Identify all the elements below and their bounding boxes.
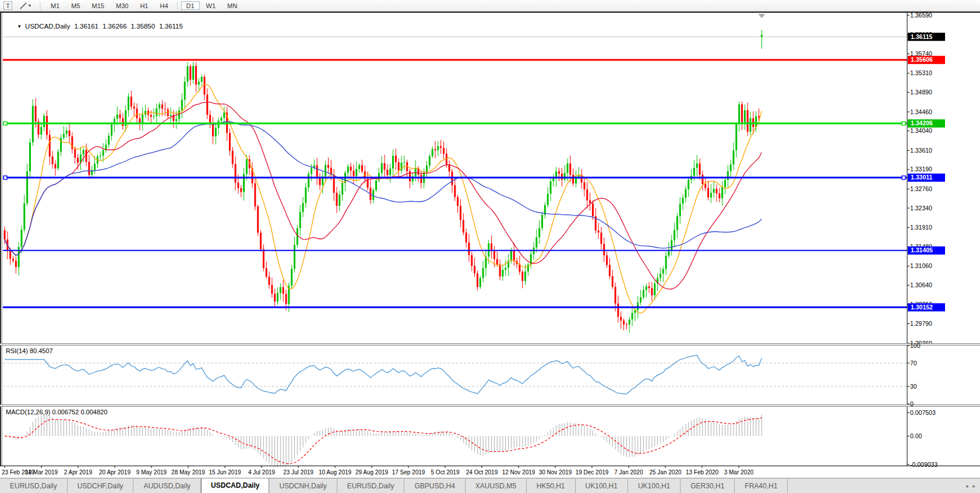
date-tick-label: 24 Oct 2019	[466, 469, 498, 476]
price-tick-label: 1.33610	[910, 147, 932, 154]
candles-group	[4, 30, 763, 333]
collapse-arrow-icon: ▼	[17, 24, 22, 29]
price-tick-label: 1.35310	[910, 69, 932, 76]
date-tick-label: 9 May 2019	[136, 469, 167, 476]
price-tick-label: 1.32340	[910, 205, 932, 212]
chart-tabs-bar: EURUSD,DailyUSDCHF,DailyAUDUSD,DailyUSDC…	[0, 478, 980, 493]
timeframe-button-m1[interactable]: M1	[45, 1, 65, 10]
moving-average-25	[5, 102, 762, 289]
top-toolbar: T ▾ M1M5M15M30H1H4D1W1MN	[0, 0, 980, 12]
tab-eurusd-daily-0[interactable]: EURUSD,Daily	[0, 479, 68, 493]
chart-symbol-label: USDCAD,Daily	[25, 23, 70, 30]
tab-eurusd-daily-5[interactable]: EURUSD,Daily	[337, 479, 405, 493]
price-tick-label: 1.34460	[910, 108, 932, 115]
date-tick-label: 15 Jun 2019	[209, 469, 241, 476]
toolbar-separator	[177, 2, 178, 10]
tab-usdchf-daily-1[interactable]: USDCHF,Daily	[68, 479, 134, 493]
tab-scroll-left-button[interactable]: ◂	[965, 483, 968, 489]
chart-title: ▼USDCAD,Daily1.361611.362661.358501.3611…	[6, 16, 183, 37]
timeframe-button-m30[interactable]: M30	[111, 1, 133, 10]
mt4-application: T ▾ M1M5M15M30H1H4D1W1MN 1.365901.361601…	[0, 0, 980, 493]
timeframe-button-m5[interactable]: M5	[66, 1, 85, 10]
chart-tabs: EURUSD,DailyUSDCHF,DailyAUDUSD,DailyUSDC…	[0, 478, 961, 493]
price-tick-label: 1.31910	[910, 224, 932, 231]
tab-gbpusd-h4-6[interactable]: GBPUSD,H4	[404, 479, 465, 493]
macd-signal-line	[5, 418, 762, 464]
diagonal-arrows-icon	[19, 2, 27, 10]
timeframe-button-h1[interactable]: H1	[135, 1, 153, 10]
timeframe-button-w1[interactable]: W1	[201, 1, 221, 10]
price-badge: 1.33011	[911, 174, 933, 181]
date-tick-label: 4 Jul 2019	[248, 469, 276, 476]
price-tick-label: 1.33190	[910, 165, 932, 172]
date-tick-label: 5 Oct 2019	[431, 469, 460, 476]
timeframe-button-mn[interactable]: MN	[222, 1, 242, 10]
date-tick-label: 20 Apr 2019	[99, 469, 131, 476]
date-tick-label: 14 Mar 2019	[25, 469, 58, 476]
date-tick-label: 7 Jan 2020	[614, 469, 643, 476]
date-tick-label: 2 Apr 2019	[64, 469, 93, 476]
text-tool-button[interactable]: T	[0, 1, 16, 10]
price-tick-label: 1.34890	[910, 89, 932, 96]
date-tick-label: 19 Dec 2019	[576, 469, 609, 476]
date-tick-label: 23 Jul 2019	[283, 469, 313, 476]
price-tick-label: 1.36590	[910, 12, 932, 19]
macd-indicator-label: MACD(12,26,9) 0.006752 0.004820	[6, 409, 107, 415]
chart-canvas[interactable]: 1.365901.361601.357401.353101.348901.344…	[0, 11, 980, 478]
rsi-line	[5, 355, 762, 394]
price-badge: 1.30152	[911, 304, 933, 311]
date-tick-label: 17 Sep 2019	[392, 469, 425, 476]
tab-uk100-h1-9[interactable]: UK100,H1	[576, 479, 628, 493]
timeframe-button-d1[interactable]: D1	[181, 1, 200, 10]
date-tick-label: 30 Nov 2019	[539, 469, 572, 476]
timeframe-button-group: M1M5M15M30H1H4D1W1MN	[45, 1, 243, 10]
price-tick-label: 1.34040	[910, 127, 932, 134]
date-tick-label: 13 Feb 2020	[686, 469, 719, 476]
tab-usdcad-daily-3[interactable]: USDCAD,Daily	[201, 478, 269, 493]
date-tick-label: 10 Aug 2019	[319, 469, 352, 476]
rsi-tick-label: 30	[910, 383, 917, 390]
tab-xauusd-m5-7[interactable]: XAUUSD,M5	[466, 479, 527, 493]
date-tick-label: 28 May 2019	[171, 469, 205, 476]
timeframe-button-m15[interactable]: M15	[87, 1, 110, 10]
tab-scroll-arrows: ◂ ▸	[961, 478, 980, 493]
date-tick-label: 29 Aug 2019	[355, 469, 389, 476]
rsi-indicator-label: RSI(14) 80.4507	[6, 347, 53, 354]
price-tick-label: 1.29790	[910, 320, 932, 327]
date-tick-label: 3 Mar 2020	[724, 469, 754, 476]
price-tick-label: 1.30640	[910, 281, 932, 288]
text-tool-icon: T	[3, 1, 12, 10]
price-badge: 1.31405	[911, 246, 933, 253]
macd-tick-label: 0.007503	[910, 409, 936, 416]
rsi-tick-label: 70	[910, 360, 917, 367]
tab-usdcnh-daily-4[interactable]: USDCNH,Daily	[269, 479, 337, 493]
price-tick-label: 1.31060	[910, 262, 932, 269]
price-badge: 1.35606	[911, 56, 933, 63]
macd-histogram	[5, 414, 762, 467]
date-tick-label: 25 Jan 2020	[649, 469, 681, 476]
toolbar-grip[interactable]	[39, 2, 42, 10]
chart-shift-marker-icon	[758, 14, 765, 18]
timeframe-button-h4[interactable]: H4	[154, 1, 173, 10]
macd-tick-label: -0.009033	[910, 461, 937, 468]
price-badge: 1.34206	[911, 119, 933, 126]
tab-uk100-h1-10[interactable]: UK100,H1	[628, 479, 681, 493]
tab-ger30-h1-11[interactable]: GER30,H1	[681, 479, 735, 493]
dropdown-caret-icon: ▾	[29, 3, 31, 8]
tab-hk50-h1-8[interactable]: HK50,H1	[527, 479, 576, 493]
ohlc-high: 1.36266	[103, 23, 127, 30]
rsi-tick-label: 100	[910, 342, 921, 349]
chart-window[interactable]: 1.365901.361601.357401.353101.348901.344…	[0, 11, 980, 478]
tab-scroll-right-button[interactable]: ▸	[972, 483, 975, 489]
macd-tick-label: 0.00	[910, 432, 922, 439]
ohlc-open: 1.36161	[74, 23, 98, 30]
ohlc-low: 1.35850	[131, 23, 156, 30]
ohlc-close: 1.36115	[159, 23, 183, 30]
tab-fra40-h1-12[interactable]: FRA40,H1	[735, 479, 788, 493]
tab-audusd-daily-2[interactable]: AUDUSD,Daily	[133, 479, 201, 493]
rsi-tick-label: 0	[910, 400, 914, 407]
cursor-style-button[interactable]: ▾	[16, 1, 34, 10]
price-tick-label: 1.32760	[910, 185, 932, 192]
price-badge: 1.36115	[911, 33, 933, 40]
date-tick-label: 12 Nov 2019	[502, 469, 535, 476]
